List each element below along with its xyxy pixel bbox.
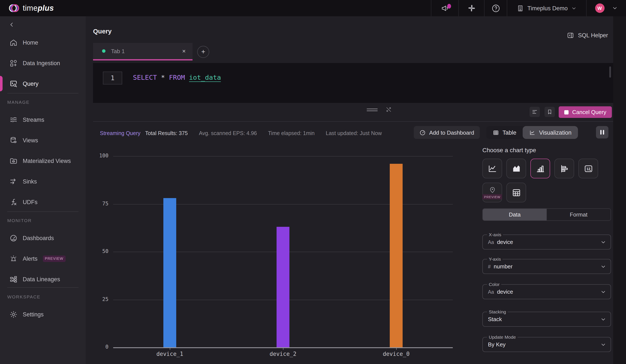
tab-format[interactable]: Format (547, 209, 611, 220)
y-axis-tick-label: 25 (93, 296, 109, 302)
line-chart-icon (529, 129, 536, 136)
help-button[interactable] (484, 0, 507, 16)
sidebar-item-data-lineages[interactable]: Data Lineages (0, 271, 86, 288)
tab-data[interactable]: Data (483, 209, 547, 220)
panel-tabs: Data Format (482, 208, 611, 221)
chart-type-table-button[interactable] (506, 183, 526, 202)
x-axis-tick-label: device_1 (156, 351, 183, 357)
sinks-icon (9, 177, 18, 185)
sidebar-item-alerts[interactable]: Alerts PREVIEW (0, 250, 86, 267)
home-icon (9, 38, 18, 46)
avatar-initial: W (597, 5, 602, 11)
last-updated: Last updated: Just Now (326, 130, 382, 136)
table-view-button[interactable]: Table (486, 126, 523, 139)
slack-segment (458, 0, 484, 16)
bookmark-query-button[interactable] (545, 107, 555, 117)
y-axis-tick-label: 75 (93, 201, 109, 206)
visualization-view-button[interactable]: Visualization (523, 126, 578, 139)
x-axis-select[interactable]: X-axis Aa device (482, 235, 611, 249)
help-segment (484, 0, 507, 16)
sidebar-item-udfs[interactable]: UDFs (0, 193, 86, 210)
right-gutter (613, 16, 626, 364)
sidebar-divider (7, 211, 78, 212)
tab-close-icon[interactable]: × (182, 48, 186, 54)
account-chevron-down-icon[interactable] (612, 5, 618, 11)
workspace-segment: Timeplus Demo (507, 0, 586, 16)
tab-label: Tab 1 (111, 48, 182, 54)
streaming-query-label: Streaming Query (100, 130, 140, 136)
app-window: timeplus (0, 0, 626, 364)
logo-wordmark: timeplus (23, 4, 54, 13)
dashboards-icon (9, 234, 18, 242)
timeplus-logo-icon (9, 3, 20, 13)
bar-device_2[interactable] (276, 227, 289, 347)
bar-device_0[interactable] (390, 164, 403, 347)
chevron-down-icon (600, 341, 606, 348)
chart-type-bar-button[interactable] (554, 159, 574, 178)
sidebar-item-settings[interactable]: Settings (0, 306, 86, 323)
data-ingestion-icon (9, 59, 18, 67)
table-icon (493, 129, 499, 136)
sidebar-item-streams[interactable]: Streams (0, 111, 86, 128)
sidebar: Home Data Ingestion Query MANAGE Streams (0, 16, 86, 364)
chevron-down-icon (600, 316, 606, 322)
sidebar-item-materialized-views[interactable]: Materialized Views (0, 152, 86, 169)
announcements-button[interactable] (431, 0, 458, 16)
query-tab[interactable]: Tab 1 × (93, 43, 193, 60)
y-axis-tick-label: 100 (93, 153, 109, 159)
sidebar-item-views[interactable]: Views (0, 132, 86, 149)
data-lineages-icon (9, 275, 18, 283)
y-axis-select[interactable]: Y-axis # number (482, 259, 611, 274)
sidebar-item-sinks[interactable]: Sinks (0, 173, 86, 190)
sidebar-item-label: Alerts (23, 255, 38, 262)
notification-dot (447, 4, 451, 9)
format-sql-button[interactable] (530, 107, 540, 117)
sidebar-item-data-ingestion[interactable]: Data Ingestion (0, 54, 86, 72)
stacking-label: Stacking (487, 309, 508, 314)
alerts-preview-badge: PREVIEW (43, 255, 66, 262)
chart-type-single-value-button[interactable]: 12 (578, 159, 598, 178)
avatar[interactable]: W (595, 3, 604, 13)
timeplus-logo[interactable]: timeplus (9, 3, 54, 13)
announcements-segment (431, 0, 458, 16)
svg-text:12: 12 (586, 167, 590, 171)
stop-icon (564, 110, 568, 114)
materialized-views-icon (9, 157, 18, 165)
cancel-query-button[interactable]: Cancel Query (558, 106, 612, 118)
chart-type-area-button[interactable] (506, 159, 526, 178)
chevron-down-icon (571, 5, 577, 11)
pause-button[interactable] (596, 126, 608, 138)
drag-handle-icon[interactable] (367, 107, 378, 112)
bar-device_1[interactable] (163, 198, 176, 347)
x-axis-tick (396, 348, 397, 350)
chart-type-map-button[interactable]: PREVIEW (482, 183, 502, 202)
sql-helper-button[interactable]: SQL Helper (567, 32, 608, 39)
help-icon (491, 4, 500, 13)
visualization-view-label: Visualization (539, 129, 572, 136)
y-axis-value: number (494, 263, 512, 270)
update-mode-select[interactable]: Update Mode By Key (482, 337, 611, 352)
sidebar-item-label: Materialized Views (23, 158, 71, 164)
sidebar-item-home[interactable]: Home (0, 34, 86, 51)
sidebar-item-dashboards[interactable]: Dashboards (0, 229, 86, 246)
x-axis-value: device (497, 239, 513, 245)
chart-plot: 0255075100device_1device_2device_0 (113, 156, 453, 347)
chart-type-column-button[interactable] (530, 159, 550, 178)
y-axis-label: Y-axis (487, 256, 503, 262)
sidebar-item-query[interactable]: Query (0, 75, 86, 92)
new-tab-button[interactable]: + (197, 46, 209, 58)
color-select[interactable]: Color Aa device (482, 284, 611, 299)
sidebar-item-label: Settings (23, 311, 44, 318)
chart-type-line-button[interactable] (482, 159, 502, 178)
sidebar-section-workspace: WORKSPACE (7, 294, 40, 299)
workspace-switcher[interactable]: Timeplus Demo (507, 0, 586, 16)
stacking-select[interactable]: Stacking Stack (482, 312, 611, 327)
add-to-dashboard-button[interactable]: Add to Dashboard (414, 126, 480, 139)
sql-editor[interactable]: 1 SELECT * FROM iot_data (93, 63, 613, 103)
line-number: 1 (103, 72, 122, 84)
editor-scrollbar-thumb[interactable] (609, 66, 611, 78)
result-view-switch: Table Visualization (486, 126, 578, 139)
slack-button[interactable] (459, 0, 484, 16)
sidebar-collapse-button[interactable] (9, 21, 15, 28)
expand-disabled-icon[interactable] (386, 106, 392, 113)
